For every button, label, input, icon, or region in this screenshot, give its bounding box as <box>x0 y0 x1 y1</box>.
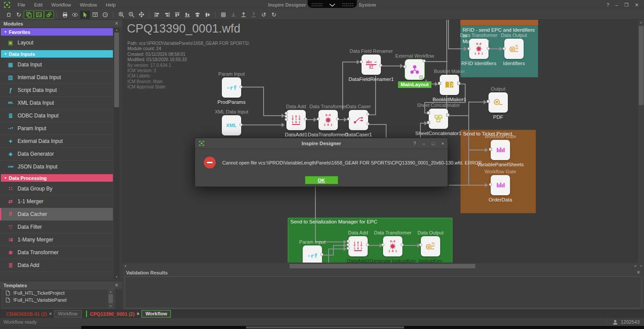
node-prodparams[interactable]: Param Input -rf ProdParams <box>222 77 241 98</box>
tab-cb863681b[interactable]: CB863681B-01 (2) <box>6 311 47 317</box>
tab-cpq13390[interactable]: CPQ13390_0001 (2) <box>90 311 135 317</box>
center-horizontal-icon[interactable] <box>203 11 213 19</box>
port[interactable] <box>304 117 307 121</box>
node-datatransformer1[interactable]: Data Transformer 0:01 0 1 DataTransforme… <box>318 110 338 130</box>
node-lookupkey[interactable]: Data Output 0110 lookupKey <box>421 236 440 256</box>
preview-eye-icon[interactable] <box>70 11 80 19</box>
node-card[interactable]: 0110 <box>421 236 440 256</box>
section-data-processing[interactable]: ▼Data Processing <box>1 174 113 182</box>
node-bookletmaker1[interactable]: Booklet Maker BookletMaker1 <box>440 75 459 95</box>
align-bottom-icon[interactable] <box>182 11 192 19</box>
node-card[interactable] <box>488 92 508 113</box>
port[interactable] <box>438 82 441 85</box>
restore-button[interactable]: ❐ <box>624 2 629 8</box>
scrollbar-thumb[interactable] <box>289 264 475 268</box>
sidebar-item-layout[interactable]: ▣Layout <box>0 37 113 49</box>
menu-file[interactable]: File <box>13 2 30 7</box>
port[interactable] <box>285 112 288 115</box>
node-card[interactable] <box>440 75 459 95</box>
copy-modules-icon[interactable] <box>24 11 34 19</box>
sidebar-item-script-data-input[interactable]: ƒScript Data Input <box>0 84 113 97</box>
port[interactable] <box>239 85 242 88</box>
node-card[interactable]: 0:01 0 1 <box>469 39 488 59</box>
template-item[interactable]: !Full_HTL_VariablePanel <box>2 296 115 303</box>
port[interactable] <box>489 183 492 186</box>
close-icon[interactable]: ✕ <box>115 282 119 288</box>
template-item[interactable]: !Full_HTL_TicketProject <box>2 289 115 296</box>
node-datafieldrenamer1[interactable]: Data Field Renamer abc ↩xf DataFieldRena… <box>362 55 381 75</box>
port[interactable] <box>457 82 460 85</box>
templates-scrollbar[interactable]: ▴ ▾ <box>108 289 113 308</box>
port[interactable] <box>419 243 422 246</box>
sidebar-item-data-group-by[interactable]: ∷Data Group By <box>0 183 113 195</box>
delete-icon[interactable] <box>4 11 14 19</box>
port[interactable] <box>285 115 288 118</box>
select-cursor-icon[interactable] <box>80 11 90 19</box>
node-pdf-output[interactable]: Output PDF <box>488 92 508 113</box>
ok-button[interactable]: OK <box>305 176 338 184</box>
dialog-minimize-button[interactable]: ‒ <box>423 141 425 146</box>
node-xml-input[interactable]: XML Data Input XML <box>222 115 241 135</box>
sidebar-item-data-generator[interactable]: ◈Data Generator <box>0 148 113 161</box>
port[interactable] <box>366 122 369 125</box>
node-card[interactable]: XML <box>222 115 241 135</box>
node-rfid-identifiers[interactable]: Data Transformer 0:01 0 1 RFID Identifie… <box>469 39 488 59</box>
sidebar-item-1-many-merger[interactable]: ⇉1-Many Merger <box>0 234 113 246</box>
port[interactable] <box>446 113 449 117</box>
port[interactable] <box>360 60 363 63</box>
sidebar-item-external-data-input[interactable]: +External Data Input <box>0 135 113 148</box>
sidebar-item-internal-data-input[interactable]: ▨Internal Data Input <box>0 71 113 84</box>
scroll-up-icon[interactable]: ▴ <box>638 21 644 24</box>
node-sheetconcatenator1[interactable]: Sheet Concatenator SheetConcatenator1 <box>429 109 448 129</box>
minimize-button[interactable]: ‒ <box>615 2 618 8</box>
node-orderdata[interactable]: Workflow Gate OrderData <box>491 175 510 195</box>
node-dataadd1[interactable]: Data Add 1 0 10 1 01 0 1 DataAdd1 <box>286 110 306 130</box>
sidebar-item-1-1-merger[interactable]: ⇄1-1 Merger <box>0 195 113 208</box>
grid-icon[interactable] <box>218 11 228 19</box>
node-generate-lookupkey[interactable]: Data Transformer 0:01 0 1 Generate looku… <box>383 236 402 256</box>
close-icon[interactable]: ✕ <box>637 270 640 275</box>
port[interactable] <box>487 47 490 50</box>
port[interactable] <box>336 117 339 121</box>
align-left-icon[interactable] <box>152 11 162 19</box>
port[interactable] <box>403 65 406 68</box>
center-vertical-icon[interactable] <box>192 11 203 19</box>
port[interactable] <box>423 59 426 62</box>
scrollbar-thumb[interactable] <box>109 294 113 303</box>
menu-edit[interactable]: Edit <box>30 2 47 7</box>
node-card[interactable]: 0:01 0 1 <box>318 110 338 130</box>
port[interactable] <box>379 64 382 67</box>
sidebar-item-data-cacher[interactable]: ⠿Data Cacher <box>0 208 113 221</box>
node-card[interactable]: 0:01 0 1 <box>383 236 402 256</box>
tab-workflow-2-active[interactable]: Workflow <box>141 310 171 318</box>
canvas-horizontal-scrollbar[interactable]: ◂ ▸ <box>123 263 638 269</box>
node-card[interactable] <box>429 109 448 129</box>
scroll-down-icon[interactable]: ▾ <box>108 304 113 308</box>
port[interactable] <box>347 247 350 250</box>
close-icon[interactable]: ✕ <box>115 21 119 26</box>
sidebar-item-data-transformer[interactable]: ∗Data Transformer <box>0 246 113 259</box>
section-data-inputs[interactable]: ▼Data Inputs <box>1 50 113 58</box>
user-id[interactable]: 1202543 <box>607 318 644 326</box>
port[interactable] <box>467 47 470 50</box>
port[interactable] <box>239 123 242 126</box>
dialog-title-bar[interactable]: Inspire Designer ? ‒ □ × <box>195 138 448 149</box>
scroll-down-icon[interactable]: ▾ <box>114 275 119 279</box>
port[interactable] <box>366 243 369 246</box>
upload-icon[interactable] <box>239 11 249 19</box>
port[interactable] <box>347 240 350 243</box>
node-datacaser1[interactable]: Data Caser DataCaser1 <box>349 110 368 130</box>
port[interactable] <box>347 243 350 246</box>
zoom-in-icon[interactable] <box>116 11 126 19</box>
menu-window[interactable]: Window <box>76 2 101 7</box>
close-button[interactable]: ✕ <box>635 2 639 8</box>
print-icon[interactable] <box>60 11 70 19</box>
dialog-maximize-button[interactable]: □ <box>432 141 435 146</box>
port[interactable] <box>381 243 384 246</box>
undo-icon[interactable]: ↺ <box>259 11 269 19</box>
show-images-icon[interactable] <box>34 11 44 19</box>
align-right-icon[interactable] <box>162 11 172 19</box>
scrollbar-thumb[interactable] <box>114 33 119 107</box>
history-clock-icon[interactable] <box>100 11 110 19</box>
dialog-help-button[interactable]: ? <box>413 141 416 146</box>
